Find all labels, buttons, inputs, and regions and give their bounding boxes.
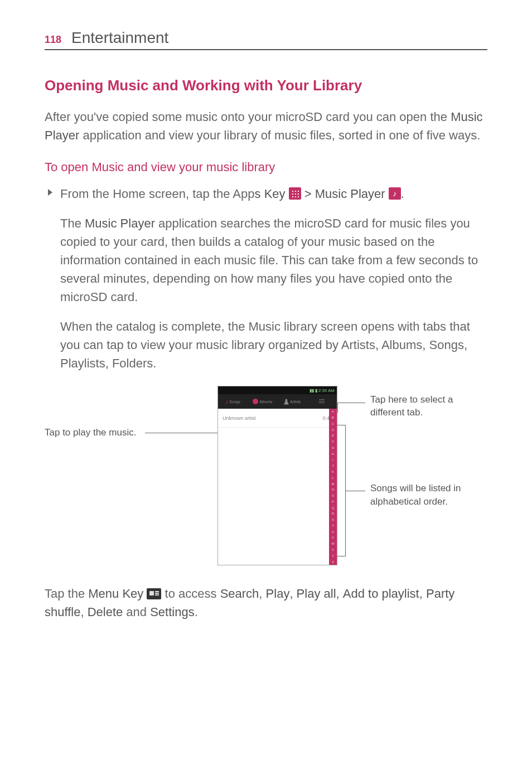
bp-b1: Menu Key <box>88 587 143 601</box>
bp-c2: , <box>289 587 296 601</box>
tab-songs-label: Songs <box>229 400 240 404</box>
page-heading: Opening Music and Working with Your Libr… <box>45 77 487 94</box>
callout-bracket-right <box>337 425 346 556</box>
bp-b7: Delete <box>88 605 123 619</box>
bp-b4: Play all <box>297 587 336 601</box>
alpha-letter: V <box>332 536 334 539</box>
status-time: 2:39 AM <box>318 388 335 393</box>
alpha-letter: B <box>332 416 334 419</box>
alpha-letter: J <box>332 464 334 467</box>
alpha-letter: Q <box>332 506 335 510</box>
alpha-letter: A <box>332 410 334 413</box>
alpha-letter: H <box>332 452 334 456</box>
bp-c1: , <box>259 587 265 601</box>
song-row[interactable]: Unknown artist 0:49 <box>218 409 337 428</box>
p2-bold: Music Player <box>85 216 155 230</box>
bp-b3: Play <box>266 587 290 601</box>
tab-songs[interactable]: ♪Songs <box>218 399 248 405</box>
intro-paragraph: After you've copied some music onto your… <box>45 108 487 144</box>
note-icon: ♪ <box>225 399 228 405</box>
tab-albums-label: Albums <box>259 400 272 404</box>
bp-pre: Tap the <box>45 587 88 601</box>
bp-c5: , <box>80 605 87 619</box>
bp-b8: Settings <box>150 605 195 619</box>
alpha-letter: G <box>332 446 335 449</box>
alpha-letter: N <box>332 488 334 491</box>
bullet-bold2: Music Player <box>315 187 385 201</box>
caption-left: Tap to play the music. <box>45 427 136 438</box>
caption-bottom-right: Songs will be listed in alphabetical ord… <box>370 482 487 509</box>
bullet-mid: > <box>301 187 315 201</box>
person-icon <box>284 399 289 405</box>
bp-mid1: to access <box>161 587 220 601</box>
apps-key-icon <box>289 187 301 200</box>
alpha-letter: Z <box>332 560 334 564</box>
paragraph-3: When the catalog is complete, the Music … <box>60 317 487 372</box>
bp-c6: and <box>123 605 150 619</box>
callout-line-right <box>346 491 365 491</box>
tab-albums[interactable]: Albums <box>248 399 277 404</box>
alpha-letter: O <box>332 494 335 497</box>
alpha-letter: F <box>332 440 334 443</box>
bp-c4: , <box>419 587 426 601</box>
alpha-letter: Y <box>332 554 334 558</box>
disc-icon <box>253 399 258 404</box>
bullet-pre: From the Home screen, tap the App <box>60 187 255 201</box>
caption-top-right: Tap here to select a different tab. <box>370 394 487 419</box>
bullet-bold1: s Key <box>255 187 286 201</box>
callout-line-top-v <box>337 403 338 413</box>
tab-more[interactable] <box>307 399 337 404</box>
intro-pre: After you've copied some music onto your… <box>45 110 451 124</box>
alpha-letter: K <box>332 470 334 473</box>
phone-status-bar: ▮▮ ▮ 2:39 AM <box>218 386 337 394</box>
bullet-triangle-icon <box>48 189 52 196</box>
status-signal-icon: ▮▮ <box>309 388 314 393</box>
header: 118 Entertainment <box>45 29 487 50</box>
paragraph-2: The Music Player application searches th… <box>60 214 487 306</box>
music-player-icon <box>389 187 401 200</box>
alpha-letter: T <box>332 524 334 527</box>
alpha-letter: U <box>332 530 334 534</box>
alpha-letter: I <box>332 458 333 462</box>
bp-post: . <box>195 605 198 619</box>
intro-post: application and view your library of mus… <box>79 128 480 142</box>
list-icon <box>319 399 325 404</box>
alpha-letter: D <box>332 428 334 432</box>
bullet-post: . <box>401 187 404 201</box>
alpha-letter: L <box>332 476 333 480</box>
bp-b2: Search <box>220 587 259 601</box>
alpha-letter: C <box>332 422 334 425</box>
bp-c3: , <box>336 587 343 601</box>
tab-artists[interactable]: Artists <box>278 399 307 405</box>
phone-mockup: ▮▮ ▮ 2:39 AM ♪Songs Albums Artists Unkno… <box>217 386 337 565</box>
figure: Tap to play the music. ▮▮ ▮ 2:39 AM ♪Son… <box>45 386 487 570</box>
status-battery-icon: ▮ <box>315 388 317 393</box>
song-title: Unknown artist <box>223 415 256 421</box>
alpha-letter: E <box>332 434 334 437</box>
alpha-letter: W <box>331 542 335 545</box>
step-bullet: From the Home screen, tap the Apps Key >… <box>60 185 487 203</box>
alpha-letter: M <box>332 482 335 486</box>
callout-line-top <box>337 403 365 403</box>
p2-pre: The <box>60 216 85 230</box>
alpha-letter: P <box>332 500 334 503</box>
alpha-letter: R <box>332 512 334 515</box>
bottom-paragraph: Tap the Menu Key to access Search, Play,… <box>45 584 487 621</box>
phone-tabs: ♪Songs Albums Artists <box>218 394 337 409</box>
subheading: To open Music and view your music librar… <box>45 160 487 175</box>
page-number: 118 <box>45 34 61 46</box>
alpha-letter: S <box>332 518 334 521</box>
tab-artists-label: Artists <box>290 400 301 404</box>
bp-b5: Add to playlist <box>343 587 419 601</box>
menu-key-icon <box>147 588 161 599</box>
callout-line-left <box>145 433 217 433</box>
alpha-index[interactable]: ABCDEFGHIJKLMNOPQRSTUVWXYZ <box>329 409 337 565</box>
section-title: Entertainment <box>71 29 168 47</box>
alpha-letter: X <box>332 548 334 551</box>
